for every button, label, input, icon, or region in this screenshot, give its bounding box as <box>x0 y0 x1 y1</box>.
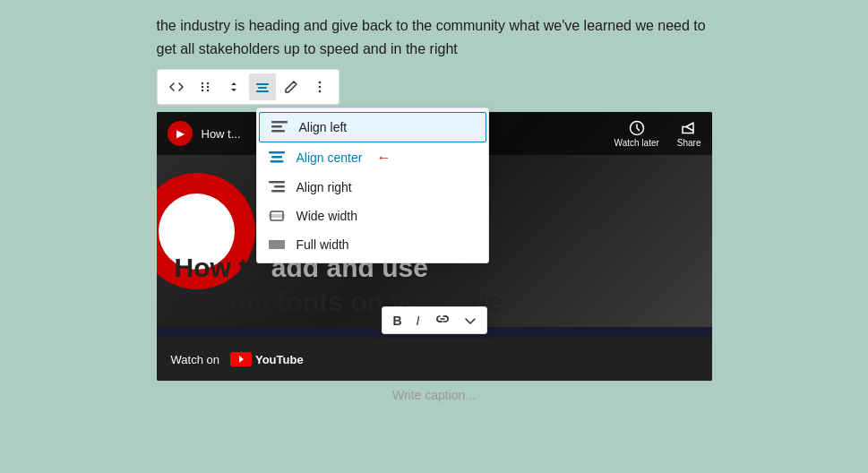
move-button[interactable] <box>220 73 247 100</box>
svg-rect-13 <box>271 125 282 128</box>
svg-point-10 <box>318 86 321 89</box>
svg-rect-19 <box>274 185 285 188</box>
menu-item-wide-width-label: Wide width <box>296 209 357 223</box>
wide-width-icon <box>268 209 286 223</box>
svg-point-0 <box>201 82 202 84</box>
youtube-logo-bar: YouTube <box>230 352 304 366</box>
svg-point-9 <box>318 82 321 84</box>
svg-point-1 <box>206 82 208 84</box>
code-button[interactable] <box>163 73 190 100</box>
align-right-icon <box>268 180 286 194</box>
youtube-bottom-bar: Watch on YouTube <box>157 338 712 381</box>
video-channel-title: How t... <box>202 127 241 141</box>
italic-button[interactable]: I <box>413 312 424 330</box>
svg-point-2 <box>201 86 202 88</box>
menu-item-align-center[interactable]: Align center ← <box>257 142 488 173</box>
drag-handle-button[interactable] <box>192 73 219 100</box>
align-left-icon <box>271 120 288 134</box>
svg-rect-17 <box>270 160 283 163</box>
bold-button[interactable]: B <box>389 312 405 330</box>
svg-rect-22 <box>269 214 285 218</box>
svg-rect-20 <box>271 190 285 193</box>
svg-rect-12 <box>271 121 288 124</box>
more-formatting-button[interactable] <box>461 312 479 330</box>
watch-on-label: Watch on <box>171 353 219 366</box>
share-button[interactable]: Share <box>677 120 701 148</box>
menu-item-align-left-label: Align left <box>299 120 348 134</box>
svg-rect-15 <box>269 151 285 154</box>
svg-point-11 <box>318 90 321 93</box>
block-toolbar: Align left Align center ← <box>157 69 339 105</box>
youtube-logo: ▶ <box>168 121 193 146</box>
caption-placeholder[interactable]: Write caption... <box>157 381 712 409</box>
menu-item-align-right[interactable]: Align right <box>257 173 488 202</box>
text-content: the industry is heading and give back to… <box>157 0 712 69</box>
align-center-icon <box>268 150 286 165</box>
svg-rect-16 <box>271 156 282 159</box>
menu-item-align-right-label: Align right <box>296 180 352 194</box>
svg-rect-7 <box>258 87 267 89</box>
svg-point-3 <box>206 86 208 88</box>
menu-item-full-width[interactable]: Full width <box>257 230 488 259</box>
align-button[interactable] <box>249 73 276 100</box>
menu-item-align-left[interactable]: Align left <box>259 112 486 142</box>
alignment-dropdown: Align left Align center ← <box>256 108 489 263</box>
menu-item-wide-width[interactable]: Wide width <box>257 202 488 230</box>
more-options-button[interactable] <box>306 73 333 100</box>
menu-item-align-center-label: Align center <box>296 150 363 165</box>
svg-rect-8 <box>256 90 269 92</box>
svg-point-4 <box>201 90 202 91</box>
text-formatting-toolbar: B I <box>381 306 486 334</box>
menu-item-full-width-label: Full width <box>296 237 349 252</box>
active-arrow-icon: ← <box>376 150 391 166</box>
link-button[interactable] <box>431 311 454 330</box>
svg-rect-14 <box>271 130 285 133</box>
edit-button[interactable] <box>278 73 305 100</box>
full-width-icon <box>268 237 286 252</box>
svg-rect-23 <box>269 240 285 249</box>
youtube-text: YouTube <box>255 353 304 366</box>
svg-rect-18 <box>269 181 285 184</box>
watch-later-button[interactable]: Watch later <box>614 120 659 148</box>
svg-point-5 <box>206 90 208 91</box>
svg-rect-6 <box>256 83 269 85</box>
